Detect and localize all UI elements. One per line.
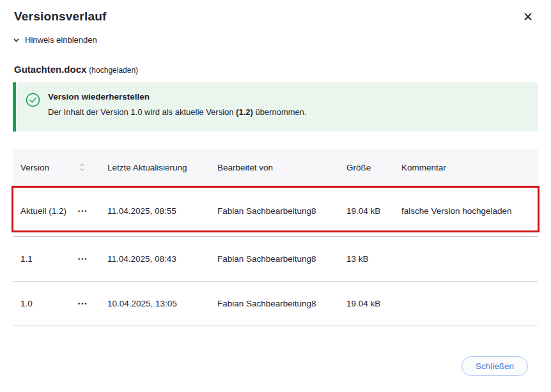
header-editor: Bearbeitet von xyxy=(217,163,346,172)
cell-version: Aktuell (1.2) xyxy=(20,206,78,216)
cell-size: 13 kB xyxy=(346,254,401,264)
chevron-down-icon xyxy=(13,36,20,43)
cell-size: 19.04 kB xyxy=(346,299,401,308)
page-title: Versionsverlauf xyxy=(14,10,107,24)
banner-message-prefix: Der Inhalt der Version 1.0 wird als aktu… xyxy=(48,107,236,117)
hint-toggle-label: Hinweis einblenden xyxy=(25,35,97,45)
cell-updated: 11.04.2025, 08:43 xyxy=(107,254,217,264)
row-actions-menu-icon[interactable]: ••• xyxy=(78,208,107,215)
file-header: Gutachten.docx(hochgeladen) xyxy=(14,64,551,75)
table-row-v1-1: 1.1 ••• 11.04.2025, 08:43 Fabian Sachbea… xyxy=(13,237,538,282)
cell-updated: 10.04.2025, 13:05 xyxy=(107,299,217,308)
version-table: Version Letzte Aktualisierung Bearbeitet… xyxy=(13,149,538,326)
hint-toggle[interactable]: Hinweis einblenden xyxy=(13,35,97,45)
dialog-header: Versionsverlauf ✕ xyxy=(0,0,551,24)
banner-text: Version wiederherstellen Der Inhalt der … xyxy=(48,92,307,117)
table-row-v1-0: 1.0 ••• 10.04.2025, 13:05 Fabian Sachbea… xyxy=(13,282,538,326)
cell-comment: falsche Version hochgeladen xyxy=(401,206,538,216)
banner-message: Der Inhalt der Version 1.0 wird als aktu… xyxy=(48,107,307,117)
file-suffix: (hochgeladen) xyxy=(89,66,138,75)
table-header-row: Version Letzte Aktualisierung Bearbeitet… xyxy=(13,149,538,186)
banner-message-suffix: übernommen. xyxy=(253,107,307,117)
check-circle-icon xyxy=(26,93,40,107)
cell-size: 19.04 kB xyxy=(346,206,401,216)
cell-editor: Fabian Sachbearbeitung8 xyxy=(217,299,346,308)
header-comment: Kommentar xyxy=(401,163,538,172)
row-actions-menu-icon[interactable]: ••• xyxy=(78,301,107,307)
cell-version: 1.0 xyxy=(20,299,78,308)
restore-success-banner: Version wiederherstellen Der Inhalt der … xyxy=(13,82,538,132)
cell-version: 1.1 xyxy=(20,254,78,264)
version-history-dialog: Versionsverlauf ✕ Hinweis einblenden Gut… xyxy=(0,0,551,392)
cell-updated: 11.04.2025, 08:55 xyxy=(107,206,217,216)
banner-title: Version wiederherstellen xyxy=(48,92,307,102)
file-name: Gutachten.docx xyxy=(14,64,86,75)
close-button[interactable]: Schließen xyxy=(462,356,528,376)
header-version[interactable]: Version xyxy=(20,163,78,172)
header-updated: Letzte Aktualisierung xyxy=(107,163,217,172)
header-version-label: Version xyxy=(20,163,49,172)
sort-icon xyxy=(79,163,85,171)
header-sort[interactable] xyxy=(78,163,107,171)
table-row-current: Aktuell (1.2) ••• 11.04.2025, 08:55 Fabi… xyxy=(13,186,538,237)
header-size: Größe xyxy=(346,163,401,172)
row-actions-menu-icon[interactable]: ••• xyxy=(78,256,107,262)
cell-editor: Fabian Sachbearbeitung8 xyxy=(217,254,346,264)
close-icon[interactable]: ✕ xyxy=(520,10,536,24)
cell-editor: Fabian Sachbearbeitung8 xyxy=(217,206,346,216)
banner-message-version: (1.2) xyxy=(236,107,253,117)
